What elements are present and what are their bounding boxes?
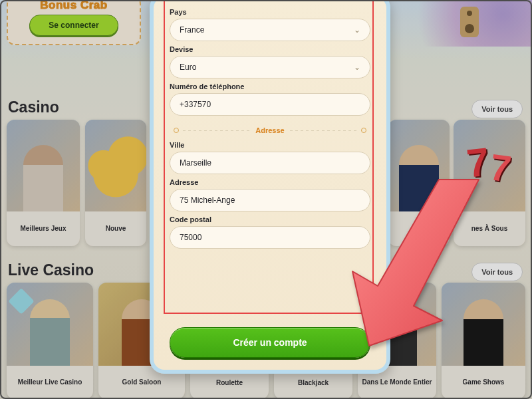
see-all-live[interactable]: Voir tous xyxy=(471,263,523,281)
game-card[interactable]: Live xyxy=(388,120,450,246)
card-art xyxy=(23,145,63,211)
phone-value: +337570 xyxy=(180,100,211,109)
label-country: Pays xyxy=(170,8,370,16)
seven-icon: 7 xyxy=(464,138,491,186)
game-card[interactable]: 77 nes À Sous xyxy=(454,120,525,246)
city-value: Marseille xyxy=(180,158,211,168)
country-select[interactable]: France ⌄ xyxy=(170,19,370,41)
card-art xyxy=(30,299,70,366)
section-title-casino: Casino xyxy=(8,98,59,116)
label-phone: Numéro de téléphone xyxy=(170,82,370,90)
gem-icon xyxy=(8,288,35,315)
game-card[interactable]: Nouve xyxy=(85,120,146,246)
see-all-casino[interactable]: Voir tous xyxy=(471,100,523,118)
bonus-title: Bonus Crab xyxy=(8,0,140,12)
card-art xyxy=(399,145,439,211)
game-card[interactable]: Game Shows xyxy=(442,283,525,399)
address-input[interactable]: 75 Michel-Ange xyxy=(170,189,370,211)
card-caption: nes À Sous xyxy=(454,211,525,246)
section-title-live: Live Casino xyxy=(8,261,94,279)
postal-input[interactable]: 75000 xyxy=(170,226,370,249)
decor-top-right xyxy=(386,0,532,47)
seven-icon: 7 xyxy=(487,145,514,191)
label-postal: Code postal xyxy=(170,215,370,223)
game-card[interactable]: Meilleur Live Casino xyxy=(7,283,93,399)
signup-modal: Pays France ⌄ Devise Euro ⌄ Numéro de té… xyxy=(150,0,390,374)
postal-value: 75000 xyxy=(180,233,201,242)
divider-line xyxy=(183,130,250,131)
currency-value: Euro xyxy=(180,63,196,72)
game-card[interactable]: Meilleurs Jeux xyxy=(7,120,80,246)
card-art xyxy=(85,120,146,211)
label-city: Ville xyxy=(170,141,370,149)
decor-speaker xyxy=(460,7,479,37)
country-value: France xyxy=(180,25,204,35)
divider-line xyxy=(290,130,357,131)
card-caption: Meilleurs Jeux xyxy=(7,211,80,246)
currency-select[interactable]: Euro ⌄ xyxy=(170,56,370,78)
phone-input[interactable]: +337570 xyxy=(170,93,370,116)
divider-dot-icon xyxy=(174,128,179,133)
card-caption: Nouve xyxy=(85,211,146,246)
label-address: Adresse xyxy=(170,178,370,186)
address-section-title: Adresse xyxy=(255,126,284,134)
bonus-crab-box: Bonus Crab Se connecter xyxy=(7,0,141,45)
card-caption: Live xyxy=(388,211,450,246)
card-caption: Meilleur Live Casino xyxy=(7,366,93,399)
login-button[interactable]: Se connecter xyxy=(29,15,118,36)
address-value: 75 Michel-Ange xyxy=(180,196,235,205)
city-input[interactable]: Marseille xyxy=(170,152,370,174)
create-account-button[interactable]: Créer un compte xyxy=(170,327,370,358)
address-section-divider: Adresse xyxy=(170,126,370,134)
chevron-down-icon: ⌄ xyxy=(354,63,360,72)
chevron-down-icon: ⌄ xyxy=(354,25,360,35)
label-currency: Devise xyxy=(170,45,370,53)
card-caption: Game Shows xyxy=(442,366,525,399)
divider-dot-icon xyxy=(361,128,366,133)
card-art xyxy=(464,299,503,366)
